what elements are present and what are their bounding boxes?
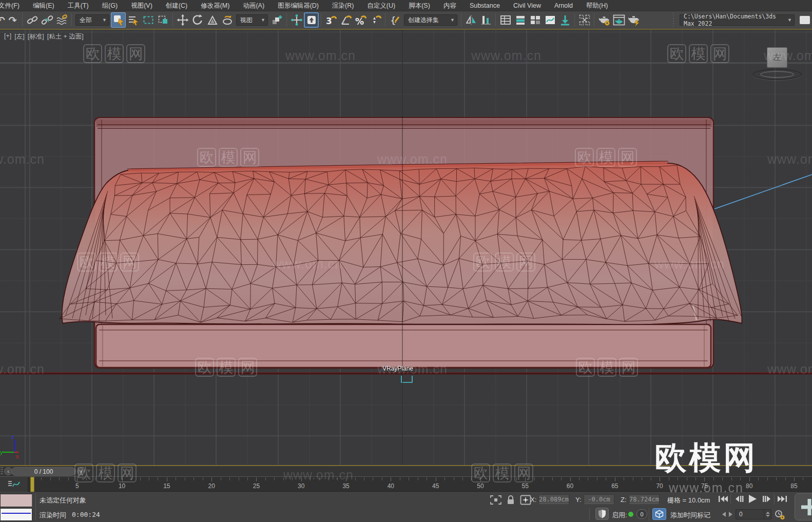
z-coordinate-field[interactable]: 78.724cm [629,494,660,504]
frame-tick-label: 70 [649,482,670,490]
select-and-scale-button[interactable] [205,12,220,28]
viewport-menu-renderer[interactable]: [标准] [28,32,44,41]
grid-size-readout: 栅格 = 10.0cm [667,496,710,505]
rectangular-selection-region-button[interactable] [141,12,156,28]
menu-item-1[interactable]: 文件(F) [0,0,26,11]
named-selection-sets-dropdown[interactable]: 创建选择集 ▼ [404,14,457,26]
frame-tick [265,477,266,480]
bed-blanket[interactable] [60,161,742,324]
current-frame-field[interactable]: 0 [736,509,771,519]
menu-item-3[interactable]: 工具(T) [61,0,95,11]
menu-item-8[interactable]: 动画(A) [236,0,271,11]
menu-item-2[interactable]: 编辑(E) [26,0,61,11]
select-and-rotate-button[interactable] [190,12,205,28]
select-object-button[interactable] [111,12,126,28]
menu-item-16[interactable]: Arnold [548,0,579,11]
menu-item-13[interactable]: 内容 [437,0,463,11]
render-production-button[interactable] [626,12,641,28]
undo-button[interactable]: ↶ [0,12,5,28]
menu-item-6[interactable]: 创建(C) [159,0,194,11]
bind-to-space-warp-button[interactable] [54,12,69,28]
vrayplane-object[interactable] [0,373,812,383]
edit-named-selection-sets-button[interactable]: { [388,12,402,28]
menu-item-14[interactable]: Substance [463,0,507,11]
material-editor-button[interactable] [577,12,592,28]
reference-coordinate-dropdown[interactable]: 视图 ▼ [236,14,268,26]
use-pivot-point-center-button[interactable] [269,12,284,28]
bed-model[interactable] [0,30,812,466]
vrayplane-label[interactable]: VRayPlane [359,365,436,372]
key-filters-button[interactable] [774,510,785,520]
viewport[interactable]: [+] [左] [标准] [粘土 + 边面] 左 y z x VRayPlane [0,30,812,466]
select-and-place-button[interactable] [220,12,235,28]
select-and-move-button[interactable] [175,12,190,28]
security-count-badge[interactable]: 0 [636,509,647,519]
play-animation-button[interactable] [745,493,760,505]
toggle-scene-explorer-button[interactable] [498,12,513,28]
add-time-tag[interactable]: 添加时间标记 [670,511,710,520]
next-frame-button[interactable] [761,493,774,505]
schematic-view-button[interactable] [557,12,572,28]
time-slider[interactable]: 0 / 100 [11,467,76,476]
scene-security-shield-button[interactable] [595,508,609,520]
rendered-frame-window-button[interactable] [611,12,626,28]
bed-base[interactable] [96,324,711,368]
menu-item-4[interactable]: 组(G) [95,0,125,11]
menu-item-9[interactable]: 图形编辑器(D) [271,0,325,11]
window-crossing-button[interactable] [156,12,170,28]
angle-snap-toggle-button[interactable] [338,12,353,28]
align-button[interactable] [478,12,493,28]
track-bar[interactable]: 0510152025303540455055606570758085 [0,476,812,492]
curve-editor-icon [544,14,556,26]
viewcube[interactable]: 左 [767,47,787,68]
selection-lock-toggle[interactable] [505,494,516,506]
render-setup-button[interactable] [596,12,611,28]
viewport-menu-general[interactable]: [+] [4,32,11,41]
next-frame-slider-button[interactable]: › [77,467,85,475]
maxscript-mini-listener[interactable] [0,508,32,521]
previous-frame-button[interactable] [732,493,745,505]
spinner-snap-toggle-button[interactable] [368,12,383,28]
listener-cursor-line [2,513,31,514]
selection-filter-dropdown[interactable]: 全部 ▼ [75,14,109,26]
isolate-selection-toggle[interactable] [489,494,502,506]
frame-tick [59,477,60,480]
toggle-ribbon-button[interactable] [528,12,543,28]
y-coordinate-field[interactable]: -0.0cm [584,494,614,504]
toggle-layer-explorer-button[interactable] [513,12,528,28]
time-slider-grip[interactable] [1,467,3,475]
menu-item-11[interactable]: 自定义(U) [360,0,402,11]
scene-cube-button[interactable] [652,508,666,520]
set-key-button[interactable] [795,493,812,520]
selection-filter-value: 全部 [80,16,92,25]
select-and-manipulate-button[interactable] [289,12,304,28]
percent-snap-toggle-button[interactable]: % [353,12,368,28]
x-coordinate-field[interactable]: 28.089cm [538,494,569,504]
clipped-toolbar-button[interactable] [797,12,812,28]
ribbon-icon [529,14,542,26]
key-step-arrows[interactable] [722,511,733,517]
menu-item-12[interactable]: 脚本(S) [402,0,437,11]
menu-item-15[interactable]: Civil View [507,0,548,11]
select-and-link-button[interactable] [25,12,40,28]
maxscript-macro-recorder[interactable] [0,494,32,507]
mirror-button[interactable] [463,12,478,28]
select-by-name-button[interactable] [126,12,141,28]
menu-item-17[interactable]: 帮助(H) [579,0,614,11]
curve-editor-button[interactable] [543,12,557,28]
current-frame-marker[interactable] [30,477,34,492]
frame-field-spinner[interactable] [764,510,771,519]
go-to-end-button[interactable] [776,493,788,505]
menu-item-10[interactable]: 渲染(R) [325,0,360,11]
viewport-menu-pov[interactable]: [左] [14,32,24,41]
snap-toggle-3d-button[interactable]: 3 [323,12,338,28]
unlink-selection-button[interactable] [40,12,54,28]
go-to-start-button[interactable] [717,493,729,505]
keyboard-shortcut-override-button[interactable] [304,12,319,28]
redo-button[interactable]: ↷ [5,12,20,28]
menu-item-7[interactable]: 修改器(M) [194,0,236,11]
frame-tick [185,477,185,480]
project-folder-dropdown[interactable]: C:\Users\Han\Documents\3ds Max 2022 ▼ [680,14,795,26]
menu-item-5[interactable]: 视图(V) [124,0,159,11]
viewport-menu-shading[interactable]: [粘土 + 边面] [47,32,84,41]
